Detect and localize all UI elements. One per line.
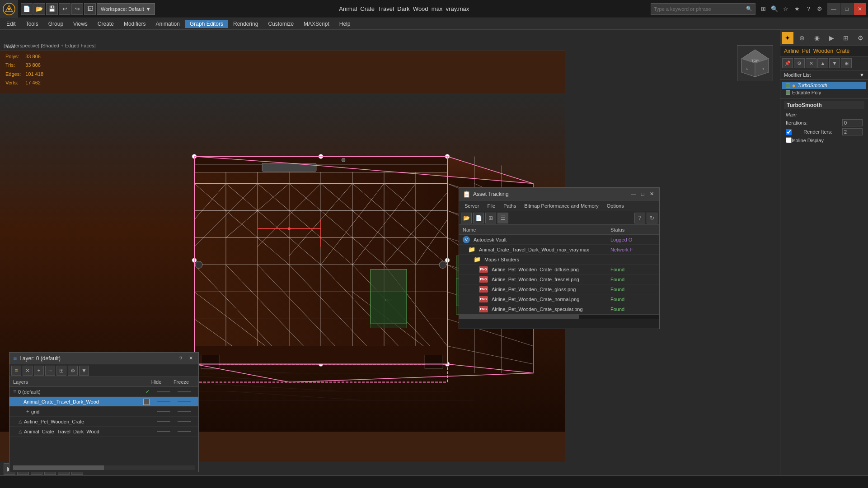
mod-pin-icon[interactable]: 📌 (782, 58, 793, 68)
iterations-input[interactable] (842, 119, 863, 126)
asset-row-gloss[interactable]: PNG Airline_Pet_Wooden_Crate_gloss.png F… (459, 284, 659, 294)
asset-scrollbar[interactable] (459, 314, 659, 319)
mod-expand-icon[interactable]: ⊞ (841, 58, 852, 68)
menu-views[interactable]: Views (69, 20, 92, 28)
nav-cube[interactable]: TOP L R (737, 45, 773, 81)
layer-row-grid[interactable]: ✦ grid (9, 407, 198, 417)
menu-edit[interactable]: Edit (2, 20, 20, 28)
undo-button[interactable]: ↩ (59, 3, 70, 15)
mod-configure-icon[interactable]: ⚙ (794, 58, 805, 68)
editablepoly-checkbox[interactable] (786, 90, 790, 95)
menu-graph-editors[interactable]: Graph Editors (185, 20, 228, 28)
icon-bookmark[interactable]: ☆ (781, 4, 791, 14)
asset-row-specular[interactable]: PNG Airline_Pet_Wooden_Crate_specular.pn… (459, 304, 659, 314)
menu-create[interactable]: Create (93, 20, 118, 28)
layer-add-btn[interactable]: + (34, 366, 44, 376)
asset-menu-bitmap[interactable]: Bitmap Performance and Memory (521, 202, 602, 209)
asset-minimize-button[interactable]: — (629, 190, 638, 198)
asset-row-vault[interactable]: V Autodesk Vault Logged O (459, 235, 659, 245)
maximize-button[interactable]: □ (840, 3, 853, 15)
menu-help[interactable]: Help (335, 20, 355, 28)
rp-motion-icon[interactable]: ▶ (826, 32, 837, 44)
new-button[interactable]: 📄 (21, 3, 33, 15)
asset-row-maxfile[interactable]: 📁 Animal_Crate_Travel_Dark_Wood_max_vray… (459, 245, 659, 255)
right-panel: ✦ ⊕ ◉ ▶ ⊞ ⚙ Airline_Pet_Wooden_Crate 📌 ⚙… (780, 30, 868, 488)
isoline-checkbox[interactable] (786, 137, 792, 143)
asset-btn-4[interactable]: ☰ (497, 213, 508, 223)
asset-row-diffuse[interactable]: PNG Airline_Pet_Wooden_Crate_diffuse.png… (459, 265, 659, 274)
rp-hierarchy-icon[interactable]: ⊞ (840, 32, 852, 44)
asset-btn-reload[interactable]: ↻ (647, 213, 657, 223)
icon-grid[interactable]: ⊞ (758, 4, 768, 14)
layer-row-airline[interactable]: △ Airline_Pet_Wooden_Crate (9, 417, 198, 427)
asset-name-specular: Airline_Pet_Wooden_Crate_specular.png (492, 307, 609, 312)
mod-down-icon[interactable]: ▼ (829, 58, 840, 68)
layer-row-animal-obj[interactable]: △ Animal_Crate_Travel_Dark_Wood (9, 427, 198, 437)
menu-rendering[interactable]: Rendering (229, 20, 263, 28)
mod-delete-icon[interactable]: ✕ (806, 58, 816, 68)
asset-btn-help[interactable]: ? (634, 213, 645, 223)
icon-settings[interactable]: ⚙ (815, 4, 825, 14)
menu-animation[interactable]: Animation (151, 20, 184, 28)
layer-scrollbar[interactable] (13, 465, 195, 470)
layer-icon-airline: △ (19, 419, 22, 424)
search-input[interactable] (654, 6, 744, 12)
asset-menu-server[interactable]: Server (461, 202, 483, 209)
asset-row-normal[interactable]: PNG Airline_Pet_Wooden_Crate_normal.png … (459, 294, 659, 304)
menu-customize[interactable]: Customize (263, 20, 298, 28)
layer-row-crate[interactable]: ≡ Animal_Crate_Travel_Dark_Wood (9, 397, 198, 407)
minimize-button[interactable]: — (827, 3, 840, 15)
modifier-editablepoly[interactable]: Editable Poly (782, 89, 866, 96)
asset-close-button[interactable]: ✕ (647, 190, 656, 198)
render-iters-checkbox[interactable] (786, 129, 792, 135)
asset-btn-2[interactable]: 📄 (473, 213, 484, 223)
modifier-turbosmooth[interactable]: ◆ TurboSmooth (782, 82, 866, 89)
layer-close-button[interactable]: ✕ (187, 354, 195, 363)
rp-modify-icon[interactable]: ✦ (782, 32, 793, 44)
workspace-label: Workspace: Default (101, 6, 144, 12)
object-name-panel: Airline_Pet_Wooden_Crate (780, 46, 868, 56)
layer-expand-btn[interactable]: ▼ (79, 366, 89, 376)
render-iters-row: Render Iters: (784, 127, 864, 136)
layer-view-btn[interactable]: ≡ (11, 366, 21, 376)
redo-button[interactable]: ↪ (71, 3, 83, 15)
mod-up-icon[interactable]: ▲ (817, 58, 828, 68)
asset-btn-3[interactable]: ⊞ (485, 213, 496, 223)
rp-utilities-icon[interactable]: ⚙ (855, 32, 867, 44)
viewport-button[interactable]: 🖼 (84, 3, 96, 15)
rp-display-icon[interactable]: ◉ (811, 32, 823, 44)
menu-group[interactable]: Group (44, 20, 68, 28)
search-bar[interactable]: 🔍 (651, 3, 755, 15)
modifier-dropdown[interactable]: Modifier List ▼ (780, 70, 868, 80)
icon-star[interactable]: ★ (792, 4, 802, 14)
open-button[interactable]: 📂 (33, 3, 45, 15)
layer-move-btn[interactable]: → (45, 366, 55, 376)
layer-help-button[interactable]: ? (177, 354, 185, 363)
menu-modifiers[interactable]: Modifiers (119, 20, 150, 28)
asset-menu-paths[interactable]: Paths (500, 202, 520, 209)
verts-label: Verts: (5, 79, 24, 87)
asset-menu-file[interactable]: File (483, 202, 499, 209)
menu-tools[interactable]: Tools (21, 20, 43, 28)
layer-row-default[interactable]: ≡ 0 (default) ✓ (9, 387, 198, 397)
layer-merge-btn[interactable]: ⊞ (56, 366, 66, 376)
render-iters-input[interactable] (842, 128, 863, 135)
iterations-label: Iterations: (786, 120, 807, 125)
rp-create-icon[interactable]: ⊕ (796, 32, 808, 44)
close-button[interactable]: ✕ (854, 3, 866, 15)
asset-maximize-button[interactable]: □ (638, 190, 647, 198)
layer-settings-btn[interactable]: ⚙ (68, 366, 78, 376)
asset-menu-options[interactable]: Options (603, 202, 628, 209)
asset-btn-1[interactable]: 📂 (461, 213, 472, 223)
turbosmooth-checkbox[interactable] (786, 83, 790, 88)
layer-delete-btn[interactable]: ✕ (23, 366, 33, 376)
layer-title: ≡ Layer: 0 (default) (13, 355, 61, 362)
icon-help[interactable]: ? (803, 4, 813, 14)
layer-panel: ≡ Layer: 0 (default) ? ✕ ≡ ✕ + → ⊞ ⚙ ▼ L… (9, 352, 199, 472)
save-button[interactable]: 💾 (46, 3, 58, 15)
menu-maxscript[interactable]: MAXScript (299, 20, 334, 28)
asset-row-maps[interactable]: 📁 Maps / Shaders (459, 255, 659, 265)
asset-row-fresnel[interactable]: PNG Airline_Pet_Wooden_Crate_fresnel.png… (459, 274, 659, 284)
workspace-selector[interactable]: Workspace: Default ▼ (97, 3, 155, 15)
icon-search2[interactable]: 🔍 (769, 4, 779, 14)
